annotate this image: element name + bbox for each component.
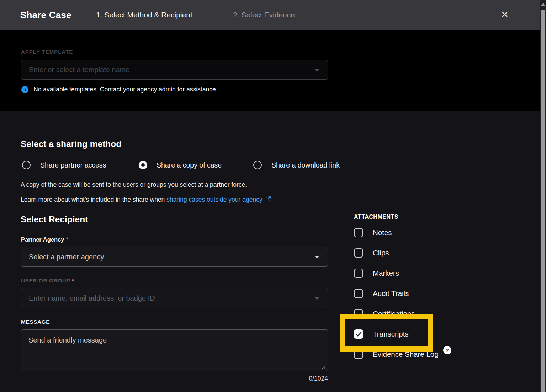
attachment-notes[interactable]: Notes [354,222,451,243]
chevron-down-icon [314,69,319,71]
header-divider [83,7,83,23]
template-select[interactable]: Enter or select a template name [21,60,328,80]
partner-agency-select[interactable]: Select a partner agency [21,247,328,267]
user-or-group-label: USER OR GROUP* [21,277,74,284]
dialog-title: Share Case [20,0,71,30]
label-text: Partner Agency [21,236,64,243]
attachment-label: Transcripts [373,330,409,338]
radio-label: Share a download link [271,161,340,169]
required-asterisk: * [72,277,74,284]
attachment-label: Markers [373,269,399,277]
checkbox-unchecked-icon [354,228,363,237]
attachment-certifications[interactable]: Certifications [354,303,451,324]
radio-unselected-icon [253,161,262,169]
vertical-scrollbar[interactable] [540,0,546,392]
attachment-clips[interactable]: Clips [354,243,451,263]
sharing-method-heading: Select a sharing method [21,139,121,149]
radio-share-copy-of-case[interactable]: Share a copy of case [139,161,222,169]
radio-share-download-link[interactable]: Share a download link [253,161,340,169]
radio-share-partner-access[interactable]: Share partner access [22,161,106,169]
select-recipient-heading: Select Recipient [21,214,88,224]
checkbox-checked-icon [354,329,363,339]
apply-template-label: APPLY TEMPLATE [21,49,73,55]
user-or-group-placeholder: Enter name, email address, or badge ID [21,294,155,302]
learn-more-link[interactable]: sharing cases outside your agency [166,196,262,203]
scroll-up-arrow-icon[interactable] [541,3,545,6]
message-char-counter: 0/1024 [21,375,328,382]
help-icon[interactable]: ? [443,346,451,354]
learn-more-prefix: Learn more about what’s included in the … [21,196,166,203]
attachment-label: Evidence Share Log [373,350,439,359]
tab-select-evidence[interactable]: 2. Select Evidence [233,0,295,30]
tab-select-method-recipient[interactable]: 1. Select Method & Recipient [96,0,192,30]
share-case-dialog: Share Case 1. Select Method & Recipient … [0,0,546,392]
external-link-icon [265,196,271,204]
close-icon[interactable]: ✕ [501,0,509,30]
radio-label: Share partner access [40,161,106,169]
dialog-header: Share Case 1. Select Method & Recipient … [0,0,540,30]
template-info-row: i No available templates. Contact your a… [21,86,218,93]
attachment-label: Audit Trails [373,289,409,298]
attachments-list: Notes Clips Markers Audit Trails Certifi… [354,222,451,364]
sharing-method-description: A copy of the case will be sent to the u… [21,181,247,189]
partner-agency-label: Partner Agency* [21,236,68,243]
checkbox-unchecked-icon [354,269,363,278]
attachments-heading: ATTACHMENTS [354,214,398,220]
required-asterisk: * [66,236,68,243]
attachment-transcripts[interactable]: Transcripts [354,324,451,344]
radio-label: Share a copy of case [157,161,222,169]
checkbox-unchecked-icon [354,309,363,318]
template-info-text: No available templates. Contact your age… [33,86,218,93]
label-text: USER OR GROUP [21,277,70,284]
radio-unselected-icon [22,161,31,169]
radio-selected-icon [139,161,147,169]
learn-more-line: Learn more about what’s included in the … [21,196,271,204]
attachment-markers[interactable]: Markers [354,263,451,283]
scrollbar-thumb[interactable] [541,10,545,392]
partner-agency-placeholder: Select a partner agency [21,253,104,261]
message-label: MESSAGE [21,319,50,325]
sharing-method-radio-group: Share partner access Share a copy of cas… [0,161,546,170]
attachment-label: Certifications [373,309,415,318]
info-icon: i [21,86,28,93]
attachment-label: Clips [373,249,389,257]
attachment-evidence-share-log[interactable]: Evidence Share Log ? [354,344,451,364]
user-or-group-select[interactable]: Enter name, email address, or badge ID [21,288,328,308]
message-textarea[interactable] [21,329,328,371]
attachment-label: Notes [373,228,392,237]
template-select-placeholder: Enter or select a template name [21,66,129,74]
checkbox-unchecked-icon [354,289,363,298]
checkbox-unchecked-icon [354,350,363,359]
chevron-down-icon [314,256,319,259]
attachment-audit-trails[interactable]: Audit Trails [354,283,451,303]
chevron-down-icon [314,297,319,300]
checkbox-unchecked-icon [354,248,363,258]
